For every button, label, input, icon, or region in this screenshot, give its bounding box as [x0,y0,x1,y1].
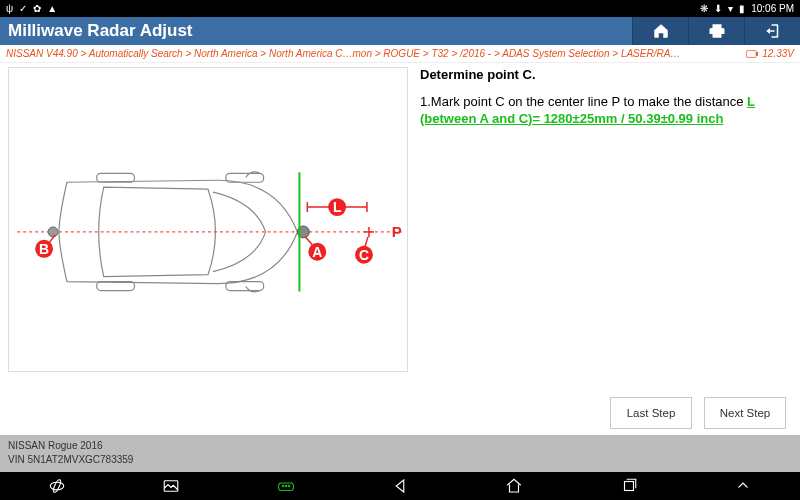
breadcrumb-path: NISSAN V44.90 > Automatically Search > N… [6,48,686,59]
vehicle-model: NISSAN Rogue 2016 [8,439,792,453]
diagram-label-p: P [392,224,402,240]
clock-text: 10:06 PM [751,3,794,14]
settings-icon: ✿ [33,3,41,14]
nav-expand-button[interactable] [723,477,763,495]
diagram-label-a: A [312,244,322,260]
nav-browser-button[interactable] [37,477,77,495]
nav-home-button[interactable] [494,477,534,495]
page-title: Milliwave Radar Adjust [8,21,193,41]
step-buttons-row: Last Step Next Step [0,391,800,435]
wifi-icon: ▾ [728,3,733,14]
app-title-bar: Milliwave Radar Adjust [0,17,800,45]
svg-point-20 [52,479,62,493]
diagram-label-l: L [333,199,342,215]
vehicle-info-strip: NISSAN Rogue 2016 VIN 5N1AT2MVXGC783359 [0,435,800,472]
battery-small-icon [746,50,758,58]
voltage-indicator: 12.33V [746,48,794,59]
download-icon: ⬇ [714,3,722,14]
svg-point-7 [48,227,58,237]
next-step-button[interactable]: Next Step [704,397,786,429]
main-content: B A L C P Determine point C. 1.Mark poin… [0,63,800,391]
svg-point-23 [285,485,287,487]
diagram-label-c: C [359,247,369,263]
instruction-heading: Determine point C. [420,67,792,84]
print-button[interactable] [688,17,744,45]
exit-button[interactable] [744,17,800,45]
calibration-diagram: B A L C P [8,67,408,372]
instruction-step-1: 1.Mark point C on the center line P to m… [420,94,792,128]
svg-rect-25 [624,482,633,491]
warning-icon: ▲ [47,3,57,14]
last-step-button[interactable]: Last Step [610,397,692,429]
nav-back-button[interactable] [380,477,420,495]
nav-gallery-button[interactable] [151,477,191,495]
android-nav-bar [0,472,800,500]
svg-rect-1 [757,52,758,55]
instruction-panel: Determine point C. 1.Mark point C on the… [420,67,792,391]
battery-icon: ▮ [739,3,745,14]
svg-rect-0 [747,50,757,57]
nav-obd-button[interactable] [266,477,306,495]
nav-recents-button[interactable] [609,477,649,495]
psi-icon: ψ [6,3,13,14]
svg-point-19 [50,482,64,490]
diagram-label-b: B [39,241,49,257]
home-button[interactable] [632,17,688,45]
breadcrumb-bar: NISSAN V44.90 > Automatically Search > N… [0,45,800,63]
svg-point-22 [282,485,284,487]
bluetooth-icon: ❋ [700,3,708,14]
vehicle-vin: VIN 5N1AT2MVXGC783359 [8,453,792,467]
android-status-bar: ψ ✓ ✿ ▲ ❋ ⬇ ▾ ▮ 10:06 PM [0,0,800,17]
voltage-text: 12.33V [762,48,794,59]
svg-point-24 [288,485,290,487]
check-icon: ✓ [19,3,27,14]
